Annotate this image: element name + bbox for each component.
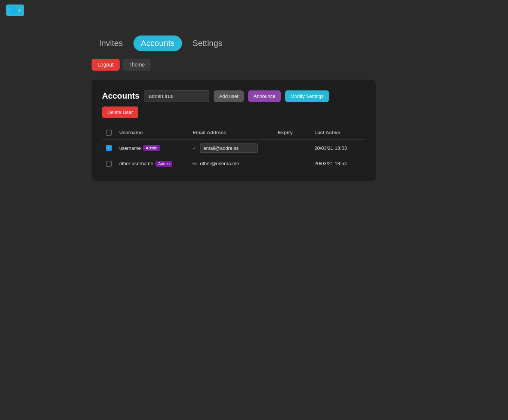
nav-tabs: Invites Accounts Settings bbox=[92, 35, 508, 51]
announce-button[interactable]: Announce bbox=[248, 90, 281, 102]
tab-settings[interactable]: Settings bbox=[185, 35, 230, 51]
top-bar: 🌐 ▾ bbox=[0, 0, 508, 21]
accounts-panel: Accounts Add user Announce Modify Settin… bbox=[92, 80, 376, 181]
row2-checkbox[interactable] bbox=[106, 161, 112, 167]
row2-admin-badge: Admin bbox=[156, 161, 172, 167]
logout-button[interactable]: Logout bbox=[92, 59, 120, 71]
row2-email-cell: ✏ other@userna.me bbox=[189, 157, 274, 170]
tab-accounts[interactable]: Accounts bbox=[133, 35, 182, 51]
row1-lastactive-text: 20/03/21 18:53 bbox=[314, 145, 347, 151]
select-all-checkbox[interactable] bbox=[106, 130, 112, 136]
accounts-table: Username Email Address Expiry Last Activ… bbox=[102, 127, 365, 170]
col-header-lastactive: Last Active bbox=[311, 127, 365, 139]
row2-check-cell bbox=[102, 157, 116, 170]
row1-checkbox[interactable] bbox=[106, 145, 112, 151]
globe-button[interactable]: 🌐 ▾ bbox=[6, 4, 24, 16]
row1-email-input[interactable] bbox=[200, 143, 258, 153]
col-header-check bbox=[102, 127, 116, 139]
row1-expiry-cell bbox=[274, 139, 311, 157]
modify-settings-button[interactable]: Modify Settings bbox=[285, 90, 329, 102]
delete-user-button[interactable]: Delete User bbox=[102, 106, 138, 118]
col-header-expiry: Expiry bbox=[274, 127, 311, 139]
action-row: Logout Theme bbox=[92, 59, 508, 71]
accounts-header: Accounts Add user Announce Modify Settin… bbox=[102, 90, 365, 118]
row2-username-cell: other username Admin bbox=[116, 157, 189, 170]
table-row: other username Admin ✏ other@userna.me bbox=[102, 157, 365, 170]
row2-email-edit-icon: ✏ bbox=[193, 161, 197, 167]
theme-button[interactable]: Theme bbox=[123, 59, 151, 71]
row2-lastactive-cell: 20/03/21 18:54 bbox=[311, 157, 365, 170]
tab-invites[interactable]: Invites bbox=[92, 35, 130, 51]
table-row: username Admin ✓ 20/03/21 1 bbox=[102, 139, 365, 157]
accounts-search-input[interactable] bbox=[144, 90, 209, 102]
chevron-down-icon: ▾ bbox=[19, 8, 21, 12]
row2-username-text: other username bbox=[119, 161, 153, 166]
add-user-button[interactable]: Add user bbox=[214, 90, 244, 102]
row2-lastactive-text: 20/03/21 18:54 bbox=[314, 161, 347, 166]
row1-username-text: username bbox=[119, 145, 141, 151]
row1-check-cell bbox=[102, 139, 116, 157]
main-content: Invites Accounts Settings Logout Theme A… bbox=[0, 21, 508, 181]
row1-username-cell: username Admin bbox=[116, 139, 189, 157]
row1-lastactive-cell: 20/03/21 18:53 bbox=[311, 139, 365, 157]
accounts-panel-title: Accounts bbox=[102, 91, 139, 101]
row2-email-text: other@userna.me bbox=[200, 161, 239, 166]
col-header-username: Username bbox=[116, 127, 189, 139]
row2-expiry-cell bbox=[274, 157, 311, 170]
row1-email-verified-icon: ✓ bbox=[193, 145, 197, 151]
globe-icon: 🌐 bbox=[10, 7, 17, 14]
row1-admin-badge: Admin bbox=[143, 145, 160, 151]
row1-email-cell: ✓ bbox=[189, 139, 274, 157]
col-header-email: Email Address bbox=[189, 127, 274, 139]
